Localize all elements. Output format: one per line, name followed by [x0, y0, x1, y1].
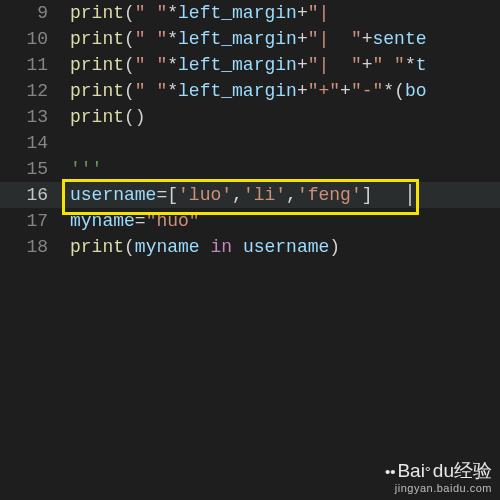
watermark-brand-accent: du — [433, 460, 454, 481]
line-number: 14 — [0, 130, 56, 156]
line-number: 9 — [0, 0, 56, 26]
code-line[interactable]: print(" "*left_margin+"| — [70, 0, 500, 26]
line-number: 18 — [0, 234, 56, 260]
text-cursor — [409, 184, 411, 206]
watermark: ••Bai°du经验 jingyan.baidu.com — [385, 458, 492, 494]
code-editor[interactable]: 9print(" "*left_margin+"|10print(" "*lef… — [0, 0, 500, 500]
code-line[interactable]: print(myname in username) — [70, 234, 500, 260]
highlight-rectangle — [62, 179, 419, 215]
line-number: 16 — [0, 182, 56, 208]
watermark-url: jingyan.baidu.com — [385, 482, 492, 494]
code-line[interactable]: print() — [70, 104, 500, 130]
line-number: 15 — [0, 156, 56, 182]
watermark-brand: Bai — [397, 460, 424, 481]
line-number: 11 — [0, 52, 56, 78]
line-number: 17 — [0, 208, 56, 234]
paw-dot-icon: ° — [425, 463, 431, 480]
code-line[interactable]: print(" "*left_margin+"+"+"-"*(bo — [70, 78, 500, 104]
line-number: 13 — [0, 104, 56, 130]
watermark-suffix: 经验 — [454, 460, 492, 481]
line-number: 10 — [0, 26, 56, 52]
code-line[interactable] — [70, 130, 500, 156]
code-line[interactable]: print(" "*left_margin+"| "+" "*t — [70, 52, 500, 78]
line-number: 12 — [0, 78, 56, 104]
code-line[interactable]: print(" "*left_margin+"| "+sente — [70, 26, 500, 52]
paw-icon: •• — [385, 463, 396, 480]
